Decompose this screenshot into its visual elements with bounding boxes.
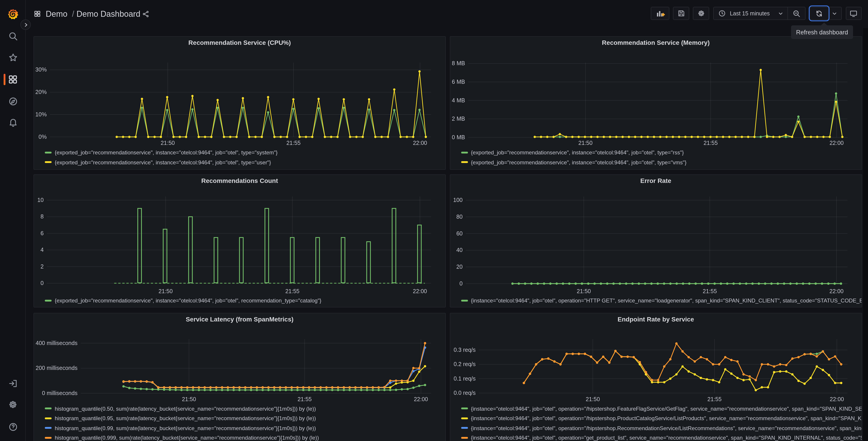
svg-text:6 MB: 6 MB (452, 79, 465, 85)
svg-text:0%: 0% (38, 134, 46, 140)
svg-text:0 MB: 0 MB (452, 134, 465, 140)
svg-text:21:50: 21:50 (577, 288, 591, 294)
svg-text:30%: 30% (35, 66, 46, 73)
svg-text:21:50: 21:50 (161, 140, 175, 146)
svg-text:10: 10 (37, 197, 44, 203)
svg-text:21:50: 21:50 (159, 288, 173, 294)
svg-text:60: 60 (456, 230, 463, 237)
svg-text:21:55: 21:55 (703, 288, 717, 294)
svg-text:21:55: 21:55 (285, 288, 300, 294)
svg-text:22:00: 22:00 (830, 396, 844, 402)
svg-text:0.0 req/s: 0.0 req/s (454, 389, 475, 396)
svg-text:21:55: 21:55 (707, 396, 722, 402)
svg-text:0 milliseconds: 0 milliseconds (42, 390, 78, 396)
svg-text:22:00: 22:00 (413, 140, 427, 146)
svg-text:22:00: 22:00 (414, 396, 428, 402)
svg-text:10%: 10% (35, 111, 46, 118)
svg-text:21:55: 21:55 (286, 140, 301, 146)
svg-text:4 MB: 4 MB (452, 97, 465, 104)
svg-text:21:50: 21:50 (578, 140, 592, 146)
svg-text:0.2 req/s: 0.2 req/s (454, 361, 475, 367)
svg-text:2 MB: 2 MB (452, 116, 465, 122)
svg-text:2: 2 (40, 263, 44, 270)
svg-text:22:00: 22:00 (829, 288, 843, 294)
svg-text:100: 100 (453, 197, 463, 203)
svg-text:80: 80 (456, 213, 463, 220)
svg-text:0: 0 (459, 280, 463, 287)
svg-text:4: 4 (40, 246, 44, 253)
svg-text:40: 40 (456, 247, 463, 253)
svg-text:22:00: 22:00 (413, 288, 427, 294)
svg-text:20%: 20% (35, 89, 46, 95)
svg-text:0.3 req/s: 0.3 req/s (454, 346, 475, 353)
svg-text:6: 6 (40, 230, 44, 236)
svg-text:200 milliseconds: 200 milliseconds (36, 365, 78, 371)
svg-text:22:00: 22:00 (829, 140, 843, 146)
svg-text:0: 0 (40, 280, 44, 286)
svg-text:8 MB: 8 MB (452, 60, 465, 66)
svg-text:21:50: 21:50 (182, 396, 196, 402)
svg-text:20: 20 (456, 264, 463, 270)
svg-text:21:55: 21:55 (704, 140, 718, 146)
svg-text:8: 8 (40, 213, 44, 219)
svg-text:21:50: 21:50 (586, 396, 600, 402)
svg-text:0.1 req/s: 0.1 req/s (454, 375, 475, 381)
svg-text:21:55: 21:55 (298, 396, 312, 402)
svg-text:400 milliseconds: 400 milliseconds (36, 340, 78, 346)
